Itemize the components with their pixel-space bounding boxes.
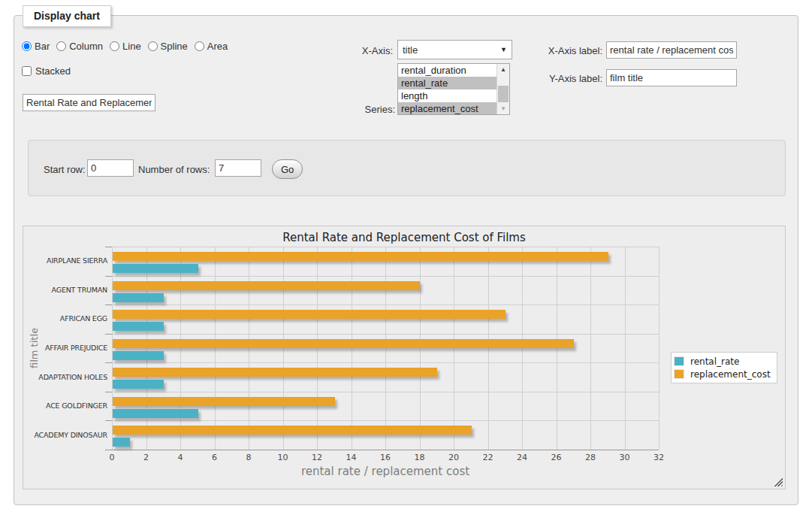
bar-rental_rate: [113, 322, 164, 331]
number-of-rows-label: Number of rows:: [138, 164, 210, 175]
gridline: [180, 247, 181, 450]
go-button[interactable]: Go: [272, 159, 303, 179]
category-label: AIRPLANE SIERRA: [23, 256, 107, 265]
y-tick-mark: [105, 362, 112, 363]
y-axis-label-input[interactable]: [606, 69, 737, 86]
x-axis-label-caption: X-Axis label:: [539, 45, 602, 56]
gridline: [522, 247, 523, 450]
radio-area[interactable]: [195, 41, 204, 51]
chart-type-radio-line[interactable]: Line: [110, 41, 141, 52]
bar-replacement_cost: [113, 281, 420, 290]
category-label: ACADEMY DINOSAUR: [23, 431, 107, 439]
row-gridline: [112, 420, 659, 421]
bar-rental_rate: [113, 293, 164, 302]
gridline: [146, 247, 147, 450]
x-tick-label: 14: [339, 453, 364, 462]
series-scrollbar[interactable]: ▲ ▼: [497, 64, 509, 114]
bar-rental_rate: [113, 351, 164, 360]
legend-entry: rental_rate: [674, 355, 771, 368]
chart-type-radio-group: BarColumnLineSplineArea: [22, 41, 234, 52]
series-multiselect[interactable]: rental_durationrental_ratelengthreplacem…: [397, 63, 510, 115]
gridline: [385, 247, 386, 450]
y-tick-mark: [105, 392, 112, 392]
start-row-label: Start row:: [44, 164, 86, 175]
x-tick-label: 32: [646, 453, 672, 462]
radio-bar[interactable]: [22, 41, 32, 51]
series-option-replacement_cost[interactable]: replacement_cost: [398, 102, 497, 115]
bar-replacement_cost: [113, 426, 472, 435]
row-gridline: [112, 392, 659, 392]
scroll-down-icon[interactable]: ▼: [497, 103, 509, 114]
x-axis-select[interactable]: title ▼: [397, 40, 512, 59]
bar-rental_rate: [113, 264, 198, 273]
y-tick-mark: [105, 450, 112, 450]
radio-line[interactable]: [110, 41, 119, 51]
start-row-input[interactable]: [87, 159, 134, 177]
chevron-down-icon: ▼: [500, 46, 507, 53]
x-tick-label: 28: [578, 453, 603, 462]
gridline: [317, 247, 318, 450]
x-tick-label: 18: [407, 453, 433, 462]
x-tick-label: 2: [134, 453, 159, 462]
y-tick-mark: [105, 420, 112, 421]
stacked-checkbox-row[interactable]: Stacked: [22, 65, 71, 77]
gridline: [283, 247, 284, 450]
bar-rental_rate: [113, 409, 198, 418]
x-tick-label: 16: [373, 453, 398, 462]
gridline: [215, 247, 216, 450]
chart-type-radio-bar[interactable]: Bar: [22, 41, 50, 52]
y-tick-mark: [105, 247, 112, 247]
chart-title-input[interactable]: [23, 94, 155, 111]
legend-swatch-rental_rate: [674, 356, 684, 366]
stacked-checkbox[interactable]: [22, 66, 32, 76]
x-tick-label: 6: [202, 453, 228, 462]
bar-replacement_cost: [113, 368, 437, 377]
legend-label: rental_rate: [690, 356, 739, 367]
row-gridline: [112, 304, 659, 305]
category-label: ADAPTATION HOLES: [23, 373, 107, 381]
scrollbar-thumb[interactable]: [498, 86, 509, 102]
series-option-rental_rate[interactable]: rental_rate: [398, 77, 497, 89]
row-gridline: [112, 362, 659, 363]
gridline: [420, 247, 421, 450]
resize-handle-icon[interactable]: [774, 478, 783, 486]
gridline: [454, 247, 454, 450]
x-axis-select-value: title: [403, 44, 500, 56]
radio-spline[interactable]: [148, 41, 158, 51]
scroll-up-icon[interactable]: ▲: [497, 64, 509, 75]
x-tick-label: 12: [304, 453, 330, 462]
category-label: AFRICAN EGG: [23, 314, 107, 323]
row-gridline: [112, 334, 659, 335]
series-option-length[interactable]: length: [398, 89, 497, 102]
legend-label: replacement_cost: [690, 369, 771, 380]
category-label: ACE GOLDFINGER: [23, 401, 107, 410]
chart-type-radio-column[interactable]: Column: [56, 41, 103, 52]
bar-replacement_cost: [113, 339, 574, 348]
y-tick-mark: [105, 334, 112, 335]
gridline: [590, 247, 591, 450]
radio-column[interactable]: [56, 41, 66, 51]
gridline: [659, 247, 660, 450]
bar-replacement_cost: [113, 310, 506, 319]
x-tick-label: 10: [270, 453, 296, 462]
chart-type-radio-area[interactable]: Area: [195, 41, 228, 52]
fieldset-legend: Display chart: [23, 5, 111, 27]
radio-label: Bar: [35, 41, 50, 52]
legend-swatch-replacement_cost: [674, 369, 684, 379]
series-options: rental_durationrental_ratelengthreplacem…: [398, 64, 497, 114]
x-axis-label-input[interactable]: [606, 41, 737, 59]
gridline: [352, 247, 352, 450]
legend-entry: replacement_cost: [674, 368, 771, 380]
bar-rental_rate: [113, 380, 164, 389]
chart-type-radio-spline[interactable]: Spline: [148, 41, 188, 52]
x-tick-label: 30: [612, 453, 638, 462]
chart-container: Rental Rate and Replacement Cost of Film…: [23, 226, 786, 489]
number-of-rows-input[interactable]: [215, 159, 261, 177]
bar-replacement_cost: [113, 397, 335, 406]
stacked-label: Stacked: [35, 65, 71, 77]
gridline: [557, 247, 557, 450]
series-option-rental_duration[interactable]: rental_duration: [398, 64, 497, 77]
gridline: [112, 247, 113, 450]
gridline: [488, 247, 489, 450]
radio-label: Area: [207, 41, 228, 52]
